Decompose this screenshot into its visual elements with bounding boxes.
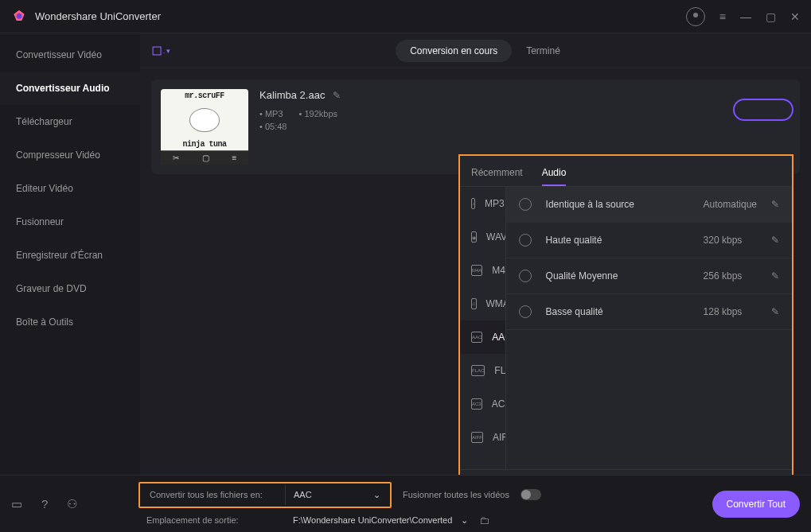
svg-text:+: + <box>163 49 165 56</box>
audio-file-icon: ♫ <box>471 298 477 309</box>
main-panel: + ▾ Conversion en cours Terminé mr.scruF… <box>140 33 811 475</box>
convert-all-label: Convertir tous les fichiers en: <box>142 485 285 504</box>
format-item-aac[interactable]: AACAAC <box>460 320 505 354</box>
app-title: Wondershare UniConverter <box>35 10 686 22</box>
trim-icon[interactable]: ✂ <box>173 153 179 162</box>
open-folder-icon[interactable]: 🗀 <box>479 515 489 526</box>
sidebar: Convertisseur Vidéo Convertisseur Audio … <box>0 33 140 475</box>
quality-list: Identique à la source Automatique ✎ Haut… <box>506 187 792 469</box>
crop-icon[interactable]: ▢ <box>202 153 209 162</box>
format-label: M4A <box>492 265 505 276</box>
quality-label: Basse qualité <box>546 306 689 317</box>
format-item-wma[interactable]: ♫WMA <box>460 287 505 320</box>
album-art-text-bottom: ninja tuna <box>182 140 226 149</box>
sidebar-item-audio-converter[interactable]: Convertisseur Audio <box>0 72 140 105</box>
sidebar-item-video-compressor[interactable]: Compresseur Vidéo <box>0 138 140 172</box>
help-icon[interactable]: ? <box>41 497 48 511</box>
sidebar-item-video-converter[interactable]: Convertisseur Vidéo <box>0 38 140 72</box>
chevron-down-icon: ⌄ <box>373 490 380 500</box>
popup-tab-audio[interactable]: Audio <box>542 162 567 186</box>
svg-rect-1 <box>153 47 161 55</box>
format-popup: Récemment Audio ♪MP3 ◉WAV M4AM4A ♫WMA AA… <box>458 154 793 504</box>
quality-label: Qualité Moyenne <box>546 270 689 282</box>
tab-done[interactable]: Terminé <box>512 40 575 62</box>
ac3-badge-icon: AC3 <box>471 398 482 410</box>
file-bitrate: 192kbps <box>299 109 338 118</box>
chevron-down-icon[interactable]: ⌄ <box>461 515 468 526</box>
sidebar-item-downloader[interactable]: Téléchargeur <box>0 105 140 138</box>
edit-preset-icon[interactable]: ✎ <box>771 270 779 282</box>
output-location-value: F:\Wondershare UniConverter\Converted <box>293 515 452 526</box>
edit-preset-icon[interactable]: ✎ <box>771 235 779 246</box>
radio-icon <box>519 198 532 211</box>
sidebar-item-merger[interactable]: Fusionneur <box>0 205 140 239</box>
m4a-badge-icon: M4A <box>471 265 482 276</box>
sidebar-item-screen-recorder[interactable]: Enregistreur d'Écran <box>0 239 140 272</box>
effects-icon[interactable]: ≡ <box>232 153 237 162</box>
convert-all-button[interactable]: Convertir Tout <box>712 491 800 518</box>
radio-icon <box>519 305 532 318</box>
convert-all-format-selector[interactable]: Convertir tous les fichiers en: AAC⌄ <box>138 482 392 508</box>
account-icon[interactable] <box>686 7 705 26</box>
merge-toggle[interactable] <box>521 489 541 500</box>
radio-icon <box>519 234 532 247</box>
svg-point-0 <box>17 13 22 18</box>
format-label: AIFF <box>493 432 506 443</box>
community-icon[interactable]: ⚇ <box>67 497 77 511</box>
format-item-ac3[interactable]: AC3AC3 <box>460 387 505 421</box>
format-item-flac[interactable]: FLACFLAC <box>460 354 505 387</box>
quality-row-medium[interactable]: Qualité Moyenne 256 kbps ✎ <box>506 258 792 294</box>
sidebar-item-toolbox[interactable]: Boîte à Outils <box>0 305 140 339</box>
close-icon[interactable]: ✕ <box>790 10 800 23</box>
quality-row-source[interactable]: Identique à la source Automatique ✎ <box>506 187 792 223</box>
output-location-label: Emplacement de sortie: <box>138 515 282 525</box>
aiff-badge-icon: AIFF <box>471 432 483 443</box>
add-file-button[interactable]: + ▾ <box>151 41 170 60</box>
sidebar-item-dvd-burner[interactable]: Graveur de DVD <box>0 272 140 305</box>
sidebar-item-video-editor[interactable]: Editeur Vidéo <box>0 172 140 205</box>
bottom-bar: ▭ ? ⚇ Convertir tous les fichiers en: AA… <box>0 475 811 532</box>
file-name: Kalimba 2.aac <box>259 89 325 101</box>
book-icon[interactable]: ▭ <box>11 497 22 511</box>
format-list: ♪MP3 ◉WAV M4AM4A ♫WMA AACAAC FLACFLAC AC… <box>460 187 506 469</box>
format-item-mp3[interactable]: ♪MP3 <box>460 187 505 220</box>
format-item-wav[interactable]: ◉WAV <box>460 220 505 254</box>
format-label: MP3 <box>485 198 505 209</box>
rename-icon[interactable]: ✎ <box>333 90 341 101</box>
quality-row-high[interactable]: Haute qualité 320 kbps ✎ <box>506 223 792 258</box>
quality-rate: 320 kbps <box>704 235 757 246</box>
menu-icon[interactable]: ≡ <box>719 10 726 23</box>
aac-badge-icon: AAC <box>471 332 482 343</box>
minimize-icon[interactable]: ― <box>740 10 751 23</box>
edit-preset-icon[interactable]: ✎ <box>771 306 779 317</box>
format-item-m4a[interactable]: M4AM4A <box>460 254 505 287</box>
merge-label: Fusionner toutes les vidéos <box>403 490 509 499</box>
format-label: WMA <box>486 298 506 309</box>
quality-label: Haute qualité <box>546 235 689 246</box>
file-thumbnail: mr.scruFF ninja tuna ✂ ▢ ≡ <box>161 89 248 165</box>
quality-label: Identique à la source <box>546 199 689 210</box>
quality-row-low[interactable]: Basse qualité 128 kbps ✎ <box>506 294 792 330</box>
album-art-text-top: mr.scruFF <box>185 91 224 100</box>
convert-all-value: AAC <box>294 490 312 500</box>
maximize-icon[interactable]: ▢ <box>766 10 776 23</box>
quality-rate: Automatique <box>704 199 757 210</box>
format-label: FLAC <box>494 365 505 376</box>
format-label: AAC <box>492 332 505 343</box>
format-label: WAV <box>486 231 506 243</box>
convert-item-button[interactable] <box>733 99 793 121</box>
format-item-aiff[interactable]: AIFFAIFF <box>460 421 505 454</box>
format-label: AC3 <box>492 398 506 410</box>
popup-tab-recent[interactable]: Récemment <box>471 162 523 186</box>
quality-rate: 256 kbps <box>704 270 757 282</box>
tab-converting[interactable]: Conversion en cours <box>396 40 512 62</box>
file-format: MP3 <box>259 109 283 118</box>
quality-rate: 128 kbps <box>704 306 757 317</box>
radio-icon <box>519 270 532 282</box>
app-logo-icon <box>11 9 27 25</box>
flac-badge-icon: FLAC <box>471 365 485 376</box>
music-note-icon: ♪ <box>471 198 475 209</box>
disc-icon: ◉ <box>471 231 477 243</box>
file-duration: 05:48 <box>259 122 287 131</box>
edit-preset-icon[interactable]: ✎ <box>771 199 779 210</box>
